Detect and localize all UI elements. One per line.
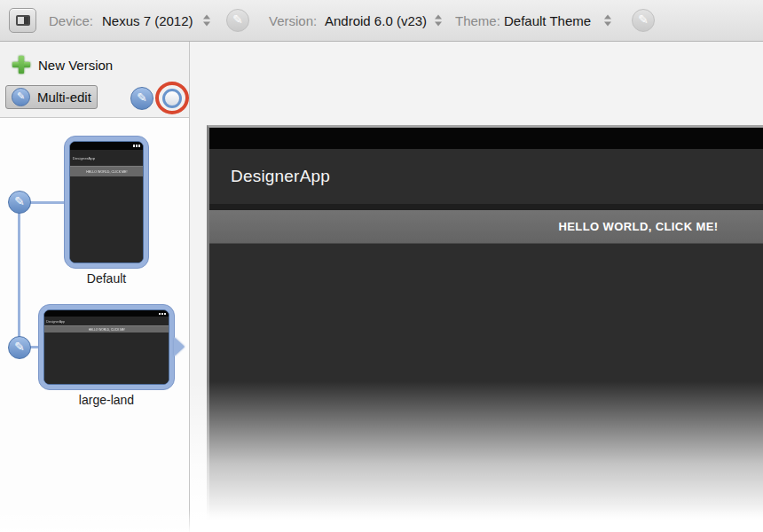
version-value[interactable]: Android 6.0 (v23) [325,13,427,28]
thumbnail-default-label: Default [64,271,149,286]
thumbnail-large-land-screen: DesignerApp HELLO WORLD, CLICK ME! [43,309,169,385]
multi-edit-label: Multi-edit [37,90,91,105]
thumbnail-large-land[interactable]: DesignerApp HELLO WORLD, CLICK ME! [38,304,175,390]
panel-toggle-button[interactable] [9,8,36,33]
pencil-icon: ✎ [137,91,147,104]
device-stepper[interactable] [203,15,210,27]
edit-version-default-button[interactable]: ✎ [8,191,31,214]
edit-version-largeland-button[interactable]: ✎ [8,336,31,359]
edit-device-button[interactable]: ✎ [226,9,249,32]
pencil-icon: ✎ [17,91,25,101]
multi-edit-radio-button[interactable] [162,89,182,108]
mini-status-bar [70,142,143,150]
toolbar: Device: Nexus 7 (2012) ✎ Version: Androi… [0,0,763,42]
split-panel-icon [16,15,30,26]
preview-status-bar [209,128,763,149]
current-layout-arrow-icon [174,337,185,356]
new-version-button[interactable]: New Version [12,55,113,74]
layout-preview-canvas[interactable]: DesignerApp HELLO WORLD, CLICK ME! [207,125,763,532]
mini-button: HELLO WORLD, CLICK ME! [44,325,169,332]
multi-edit-button[interactable]: ✎ Multi-edit [5,85,98,109]
theme-stepper[interactable] [604,15,611,27]
chevron-down-icon [435,22,442,27]
preview-body [209,244,763,532]
plus-icon [12,55,31,74]
theme-value[interactable]: Default Theme [504,13,591,28]
chevron-up-icon [604,15,611,20]
version-label: Version: [269,13,317,28]
preview-app-title: DesignerApp [231,167,330,186]
mini-status-bar [44,310,169,317]
mini-button: HELLO WORLD, CLICK ME! [70,166,143,176]
mini-app-title: DesignerApp [70,156,95,160]
android-designer-window: DesignerApp HELLO WORLD, CLICK ME! Devic… [0,0,763,532]
sidebar-divider [189,42,190,532]
preview-action-bar: DesignerApp [209,149,763,204]
chevron-down-icon [604,22,611,27]
mini-body [70,176,143,262]
edit-theme-button[interactable]: ✎ [632,9,655,32]
theme-label: Theme: [455,13,500,28]
thumbnail-large-land-label: large-land [38,393,175,407]
pencil-icon: ✎ [14,195,25,207]
mini-app-title: DesignerApp [44,319,65,323]
thumbnail-default-screen: DesignerApp HELLO WORLD, CLICK ME! [69,141,144,263]
hello-world-button-label: HELLO WORLD, CLICK ME! [559,220,719,233]
mini-action-bar: DesignerApp [44,317,169,325]
edit-layouts-button[interactable]: ✎ [130,87,153,110]
pencil-icon: ✎ [232,13,243,26]
new-version-label: New Version [38,58,113,73]
mini-body [44,332,169,384]
tree-connector-vertical [18,202,20,348]
chevron-up-icon [203,15,210,20]
hello-world-button[interactable]: HELLO WORLD, CLICK ME! [209,210,763,244]
mini-button-label: HELLO WORLD, CLICK ME! [88,328,124,332]
mini-button-label: HELLO WORLD, CLICK ME! [86,169,127,173]
thumbnail-default[interactable]: DesignerApp HELLO WORLD, CLICK ME! [64,136,149,269]
pencil-icon: ✎ [14,340,25,353]
preview-divider [209,204,763,210]
mini-action-bar: DesignerApp [70,150,143,166]
chevron-up-icon [435,15,442,20]
pencil-badge: ✎ [12,88,30,106]
device-value[interactable]: Nexus 7 (2012) [102,13,193,28]
chevron-down-icon [203,22,210,27]
device-label: Device: [49,13,93,28]
version-stepper[interactable] [435,15,442,27]
pencil-icon: ✎ [638,13,649,26]
